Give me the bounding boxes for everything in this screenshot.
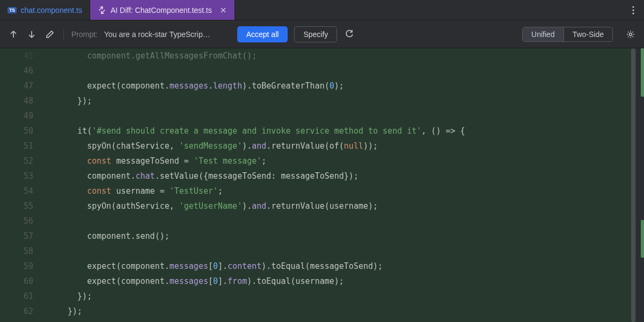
view-twoside-button[interactable]: Two-Side [564,27,612,41]
code-line[interactable]: const username = 'TestUser'; [58,184,636,199]
diff-overview-strip[interactable] [636,48,644,322]
code-line[interactable]: component.chat.setValue({messageToSend: … [58,169,636,184]
code-line[interactable]: spyOn(chatService, 'sendMessage').and.re… [58,138,636,153]
vertical-scrollbar[interactable] [630,48,636,322]
line-number: 53 [0,169,33,184]
prev-diff-button[interactable] [8,28,19,40]
code-line[interactable]: }); [58,289,636,304]
line-number: 56 [0,214,33,229]
code-line[interactable]: expect(component.messages.length).toBeGr… [58,78,636,93]
svg-point-0 [632,6,634,8]
code-line[interactable] [58,244,636,259]
refresh-icon[interactable] [343,28,355,40]
line-number: 46 [0,63,33,78]
tab-overflow-menu[interactable] [623,0,644,20]
line-number: 45 [0,48,33,63]
divider [63,28,64,40]
tab-label: AI Diff: ChatComponent.test.ts [111,6,212,14]
code-line[interactable]: component.send(); [58,229,636,244]
accept-all-button[interactable]: Accept all [237,26,288,42]
tab-label: chat.component.ts [21,6,82,14]
code-line[interactable] [58,108,636,123]
code-line[interactable]: }); [58,93,636,108]
tab-ai-diff[interactable]: AI Diff: ChatComponent.test.ts [90,0,235,20]
line-gutter: 454647484950515253545556575859606162 [0,48,43,322]
code-editor[interactable]: 454647484950515253545556575859606162 com… [0,48,644,322]
code-line[interactable]: const messageToSend = 'Test message'; [58,153,636,169]
code-line[interactable] [58,63,636,78]
code-line[interactable]: it('#send should create a message and in… [58,123,636,138]
code-line[interactable]: }); [58,304,636,319]
scrollbar-thumb[interactable] [631,48,635,322]
line-number: 58 [0,244,33,259]
line-number: 55 [0,199,33,214]
diff-mark[interactable] [641,220,644,258]
line-number: 51 [0,138,33,153]
next-diff-button[interactable] [26,28,38,40]
tab-bar: TS chat.component.ts AI Diff: ChatCompon… [0,0,644,20]
code-area[interactable]: component.getAllMessagesFromChat(); expe… [43,48,636,322]
line-number: 54 [0,184,33,199]
code-line[interactable]: spyOn(authService, 'getUserName').and.re… [58,199,636,214]
line-number: 47 [0,78,33,93]
typescript-badge-icon: TS [8,7,17,13]
prompt-label: Prompt: [71,30,98,39]
tab-chat-component[interactable]: TS chat.component.ts [0,0,90,20]
code-line[interactable]: component.getAllMessagesFromChat(); [58,48,636,63]
line-number: 50 [0,123,33,138]
svg-point-1 [632,9,634,11]
line-number: 49 [0,108,33,123]
diff-mark[interactable] [641,48,644,97]
line-number: 62 [0,304,33,319]
line-number: 57 [0,229,33,244]
line-number: 60 [0,274,33,289]
specify-button[interactable]: Specify [294,26,337,42]
line-number: 48 [0,93,33,108]
view-unified-button[interactable]: Unified [523,27,564,41]
svg-point-3 [630,33,632,35]
prompt-text[interactable]: You are a rock-star TypeScrip… [104,30,210,39]
line-number: 52 [0,153,33,169]
line-number: 59 [0,259,33,274]
code-line[interactable]: expect(component.messages[0].from).toEqu… [58,274,636,289]
code-line[interactable] [58,214,636,229]
code-line[interactable]: expect(component.messages[0].content).to… [58,259,636,274]
diff-icon [98,6,106,14]
diff-view-toggle: Unified Two-Side [522,27,613,42]
diff-action-bar: Prompt: You are a rock-star TypeScrip… A… [0,20,644,48]
close-icon[interactable] [219,6,227,14]
line-number: 61 [0,289,33,304]
gear-icon[interactable] [625,28,636,40]
edit-icon[interactable] [44,28,56,40]
svg-point-2 [632,12,634,14]
